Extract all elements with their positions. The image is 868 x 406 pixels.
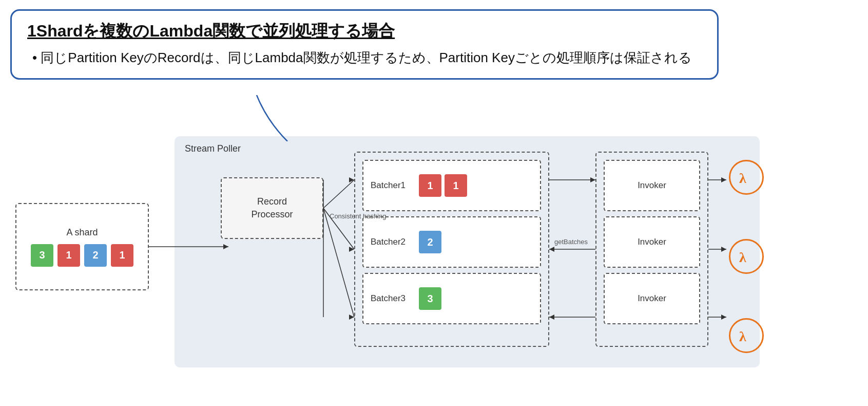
invoker3-row: Invoker	[604, 273, 700, 324]
batcher1-label: Batcher1	[371, 180, 412, 191]
batcher2-row: Batcher2 2	[362, 216, 541, 268]
batcher2-records: 2	[419, 231, 441, 253]
svg-marker-18	[721, 315, 726, 320]
invoker1-label: Invoker	[638, 180, 666, 191]
callout-connector	[205, 95, 359, 141]
shard-label: A shard	[66, 227, 98, 238]
svg-marker-14	[721, 177, 726, 182]
svg-text:λ: λ	[739, 249, 746, 265]
svg-line-1	[323, 208, 354, 249]
page-container: 1Shardを複数のLambda関数で並列処理する場合 同じPartition …	[0, 0, 868, 406]
stream-poller-container: Stream Poller Record Processor Batcher1 …	[175, 136, 760, 367]
svg-marker-10	[549, 247, 554, 252]
invoker2-label: Invoker	[638, 237, 666, 247]
svg-marker-5	[349, 247, 354, 252]
batcher2-label: Batcher2	[371, 237, 412, 247]
record-processor-box: Record Processor	[221, 177, 323, 239]
lambda-svg-2: λ	[737, 247, 756, 266]
svg-marker-4	[349, 177, 354, 182]
svg-text:λ: λ	[739, 170, 746, 186]
svg-text:λ: λ	[739, 328, 746, 344]
lambda-svg-1: λ	[737, 168, 756, 187]
record-1-red: 1	[57, 244, 80, 267]
batcher1-rec1: 1	[419, 174, 441, 197]
callout-bullet: 同じPartition KeyのRecordは、同じLambda関数が処理するた…	[27, 48, 702, 68]
svg-marker-6	[349, 315, 354, 320]
lambda-icon-3: λ	[729, 318, 764, 353]
callout-box: 1Shardを複数のLambda関数で並列処理する場合 同じPartition …	[10, 9, 719, 80]
svg-line-2	[323, 208, 354, 317]
lambda-svg-3: λ	[737, 326, 756, 345]
svg-line-0	[323, 180, 354, 208]
batcher2-rec1: 2	[419, 231, 441, 253]
shard-box: A shard 3 1 2 1	[15, 203, 149, 290]
svg-marker-12	[549, 315, 554, 320]
record-2-blue: 2	[84, 244, 107, 267]
batcher1-rec2: 1	[445, 174, 467, 197]
batcher1-records: 1 1	[419, 174, 467, 197]
batcher3-rec1: 3	[419, 287, 441, 310]
lambda-icon-1: λ	[729, 160, 764, 195]
batcher1-row: Batcher1 1 1	[362, 160, 541, 211]
invoker2-row: Invoker	[604, 216, 700, 268]
get-batches-text: getBatches	[554, 238, 588, 246]
record-3-green: 3	[31, 244, 53, 267]
svg-marker-8	[590, 177, 595, 182]
batcher3-label: Batcher3	[371, 293, 412, 304]
invokers-outer: Invoker Invoker Invoker	[595, 152, 708, 347]
record-processor-label: Record Processor	[251, 195, 293, 221]
batcher3-row: Batcher3 3	[362, 273, 541, 324]
batchers-outer: Batcher1 1 1 Batcher2 2 Batcher3 3	[354, 152, 549, 347]
lambda-icons-container: λ λ λ	[729, 160, 764, 353]
record-1-red-2: 1	[111, 244, 133, 267]
invoker1-row: Invoker	[604, 160, 700, 211]
shard-records: 3 1 2 1	[31, 244, 133, 267]
invoker3-label: Invoker	[638, 293, 666, 304]
svg-marker-16	[721, 247, 726, 252]
callout-title: 1Shardを複数のLambda関数で並列処理する場合	[27, 20, 702, 43]
batcher3-records: 3	[419, 287, 441, 310]
lambda-icon-2: λ	[729, 239, 764, 274]
